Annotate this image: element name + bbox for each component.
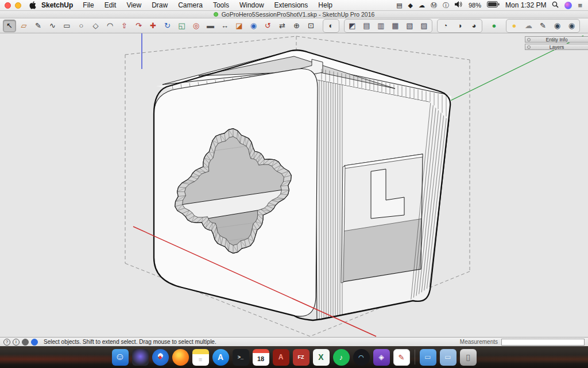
- menu-view[interactable]: View: [121, 0, 146, 11]
- apple-menu-icon[interactable]: [29, 1, 36, 9]
- notification-center-icon[interactable]: ≡: [578, 2, 582, 9]
- dropbox-icon[interactable]: ◆: [408, 2, 413, 9]
- tool-tape-measure[interactable]: ▬: [204, 20, 217, 32]
- tool-polygon[interactable]: ◇: [89, 20, 102, 32]
- user-icon[interactable]: [22, 339, 29, 346]
- tool-arc[interactable]: ◠: [103, 20, 117, 32]
- view-right[interactable]: ▦: [389, 20, 402, 32]
- dock-sketchup[interactable]: ✎: [393, 349, 410, 366]
- dock-siri[interactable]: [132, 349, 149, 366]
- styles-tool-group: ◐: [323, 19, 339, 33]
- tool-circle[interactable]: ○: [75, 20, 88, 32]
- siri-icon[interactable]: [564, 2, 572, 9]
- dock-terminal[interactable]: >_: [233, 349, 249, 366]
- tool-fog[interactable]: ☁: [522, 20, 535, 32]
- spotlight-icon[interactable]: [552, 1, 559, 10]
- panel-close-icon[interactable]: [527, 45, 531, 49]
- tool-eraser[interactable]: ▱: [17, 20, 30, 32]
- dock-excel[interactable]: X: [313, 349, 330, 366]
- dock-notes[interactable]: ≡: [192, 349, 209, 366]
- tool-walk[interactable]: ◕: [467, 20, 481, 32]
- tool-followme[interactable]: ↷: [132, 20, 145, 32]
- view-front[interactable]: ▥: [374, 20, 388, 32]
- gmail-icon[interactable]: Ⓜ: [431, 2, 437, 9]
- dock-filezilla[interactable]: FZ: [293, 349, 310, 366]
- view-back[interactable]: ▧: [403, 20, 416, 32]
- dock-divider[interactable]: [415, 350, 415, 365]
- dock-purple-app[interactable]: ◈: [373, 349, 390, 366]
- info-icon[interactable]: ⓘ: [443, 2, 449, 9]
- tool-line[interactable]: ✎: [32, 20, 45, 32]
- close-window-button[interactable]: [5, 2, 11, 9]
- tool-rotate[interactable]: ↻: [161, 20, 174, 32]
- tool-orbit[interactable]: ↺: [261, 20, 274, 32]
- menu-camera[interactable]: Camera: [173, 0, 208, 11]
- tool-styles-edit[interactable]: ✎: [536, 20, 550, 32]
- dock-finder[interactable]: ☺: [112, 349, 129, 366]
- tool-move[interactable]: ✚: [146, 20, 160, 32]
- dock-dark-app[interactable]: ◠: [353, 349, 370, 366]
- menu-extensions[interactable]: Extensions: [269, 0, 314, 11]
- tool-rectangle[interactable]: ▭: [60, 20, 74, 32]
- help-icon[interactable]: ?: [3, 339, 10, 346]
- view-top[interactable]: ▤: [360, 20, 373, 32]
- menu-bar-clock[interactable]: Mon 1:32 PM: [505, 1, 546, 9]
- tool-binoculars-1[interactable]: ◉: [551, 20, 564, 32]
- location-tools: ●: [487, 20, 501, 32]
- menu-sketchup[interactable]: SketchUp: [38, 0, 78, 11]
- cloud-icon[interactable]: ☁: [419, 2, 425, 9]
- measurements-input[interactable]: [501, 339, 585, 346]
- dock-folder-downloads[interactable]: ▭: [420, 349, 436, 366]
- dock-spotify[interactable]: ♪: [333, 349, 350, 366]
- dock-adobe-app[interactable]: A: [273, 349, 289, 366]
- layers-panel[interactable]: Layers: [525, 44, 588, 50]
- dock-safari[interactable]: ◆: [152, 349, 169, 366]
- tool-zoom[interactable]: ⊕: [290, 20, 303, 32]
- menu-edit[interactable]: Edit: [99, 0, 122, 11]
- panel-close-icon[interactable]: [527, 38, 531, 41]
- tool-freehand[interactable]: ∿: [46, 20, 59, 32]
- tool-dimension[interactable]: ↔: [218, 20, 231, 32]
- window-controls: [5, 2, 21, 9]
- tool-paint-bucket[interactable]: ◉: [247, 20, 260, 32]
- dock-firefox[interactable]: [172, 349, 189, 366]
- entity-info-panel[interactable]: Entity Info: [525, 36, 588, 43]
- tool-select[interactable]: ↖: [3, 20, 16, 32]
- main-tools: ↖▱✎∿▭○◇◠⇧↷✚↻◱◎▬↔◪◉↺⇄⊕⊡: [2, 20, 318, 32]
- tool-pushpull[interactable]: ⇧: [118, 20, 131, 32]
- geo-icon[interactable]: [31, 339, 38, 346]
- airplay-icon[interactable]: ▤: [396, 2, 402, 9]
- tool-position-camera[interactable]: ◔: [439, 20, 452, 32]
- menu-bar: SketchUp FileEditViewDrawCameraToolsWind…: [0, 0, 588, 11]
- tool-scale[interactable]: ◱: [175, 20, 188, 32]
- viewport-3d[interactable]: Entity Info Layers: [0, 33, 588, 337]
- menu-tools[interactable]: Tools: [208, 0, 234, 11]
- model-canvas[interactable]: [0, 33, 588, 337]
- tool-add-location[interactable]: ●: [488, 20, 501, 32]
- menu-window[interactable]: Window: [234, 0, 269, 11]
- volume-icon[interactable]: [455, 1, 463, 9]
- view-left[interactable]: ▨: [417, 20, 431, 32]
- tool-shadows[interactable]: ●: [508, 20, 521, 32]
- tool-styles[interactable]: ◐: [324, 20, 338, 32]
- dock-calendar[interactable]: 18: [253, 349, 269, 366]
- dock-folder-documents[interactable]: ▭: [440, 349, 457, 366]
- menu-help[interactable]: Help: [313, 0, 338, 11]
- menu-draw[interactable]: Draw: [146, 0, 173, 11]
- dock: ☺◆≡A>_18AFZX♪◠◈✎▭▭▯: [0, 346, 588, 368]
- tool-zoom-extents[interactable]: ⊡: [304, 20, 318, 32]
- tool-binoculars-2[interactable]: ◉: [565, 20, 578, 32]
- tool-section-plane[interactable]: ◪: [233, 20, 246, 32]
- tool-look-around[interactable]: ◑: [453, 20, 466, 32]
- dock-appstore[interactable]: A: [212, 349, 229, 366]
- tool-pan[interactable]: ⇄: [276, 20, 289, 32]
- tool-offset[interactable]: ◎: [189, 20, 203, 32]
- info-icon[interactable]: i: [13, 339, 20, 346]
- status-message: Select objects. Shift to extend select. …: [44, 339, 216, 345]
- minimize-window-button[interactable]: [15, 2, 21, 9]
- view-iso[interactable]: ◩: [346, 20, 359, 32]
- walkthrough-tool-group: ◔◑◕: [437, 19, 482, 33]
- battery-icon[interactable]: [487, 1, 500, 9]
- dock-trash[interactable]: ▯: [460, 349, 477, 366]
- menu-file[interactable]: File: [78, 0, 99, 11]
